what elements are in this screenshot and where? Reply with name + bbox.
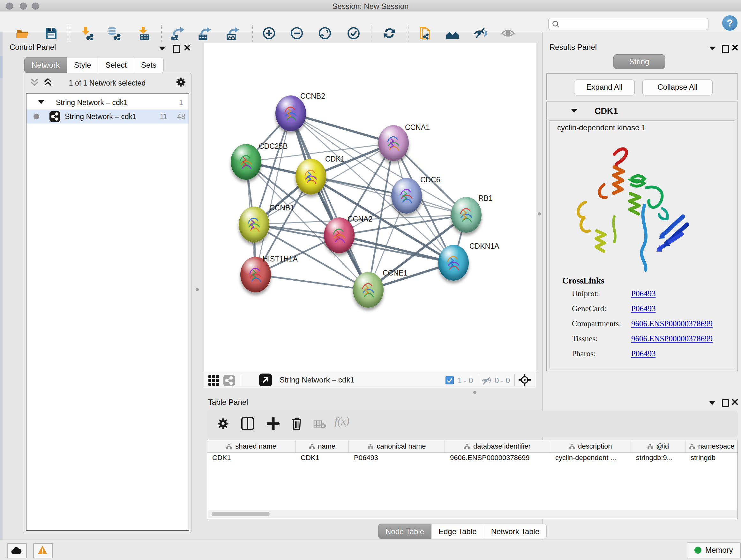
crosslink-value[interactable]: 9606.ENSP00000378699 bbox=[631, 319, 713, 328]
tab-edge-table[interactable]: Edge Table bbox=[431, 523, 484, 539]
entry-collapse-icon[interactable] bbox=[571, 109, 577, 113]
crosslink-value[interactable]: P06493 bbox=[631, 289, 656, 298]
current-network-dot bbox=[33, 114, 39, 119]
function-builder-icon[interactable]: f(x) bbox=[334, 415, 349, 427]
show-hide-eye-icon[interactable] bbox=[500, 26, 516, 40]
warnings-button[interactable] bbox=[33, 543, 53, 558]
results-panel-float-icon[interactable] bbox=[722, 45, 729, 53]
selected-checkbox-icon[interactable] bbox=[446, 376, 454, 384]
cybrowser-pages-icon[interactable] bbox=[416, 26, 432, 40]
add-column-icon[interactable] bbox=[267, 417, 280, 430]
apply-preferred-layout-icon[interactable] bbox=[381, 26, 397, 40]
zoom-out-icon[interactable] bbox=[289, 26, 305, 40]
zoom-selected-icon[interactable] bbox=[346, 26, 361, 40]
grid-view-icon[interactable] bbox=[208, 375, 219, 386]
network-row-selected[interactable]: String Network – cdk1 11 48 bbox=[26, 110, 189, 124]
column-header-shared-name[interactable]: shared name bbox=[207, 440, 295, 452]
import-network-from-file-icon[interactable] bbox=[78, 26, 94, 40]
control-panel-float-icon[interactable] bbox=[173, 45, 180, 53]
export-image-icon[interactable] bbox=[224, 26, 240, 40]
import-table-from-file-icon[interactable] bbox=[136, 26, 151, 40]
edge-CDK1-RB1[interactable] bbox=[311, 177, 466, 215]
cloud-button[interactable] bbox=[7, 543, 27, 558]
zoom-in-icon[interactable] bbox=[261, 26, 277, 40]
tab-node-table[interactable]: Node Table bbox=[378, 523, 431, 539]
horizontal-scrollbar[interactable] bbox=[208, 510, 737, 518]
node-CDK1[interactable] bbox=[295, 159, 326, 194]
home-pair-icon[interactable] bbox=[445, 26, 461, 40]
node-CDC25B[interactable] bbox=[231, 144, 261, 180]
edge-CCNB2-HIST1H1A[interactable] bbox=[256, 113, 291, 274]
graphics-details-eye-icon[interactable] bbox=[472, 26, 488, 40]
node-CCNB1[interactable] bbox=[239, 206, 269, 242]
tab-select[interactable]: Select bbox=[98, 57, 134, 73]
protein-structure-image[interactable] bbox=[565, 137, 692, 274]
node-CDC6[interactable] bbox=[391, 178, 422, 213]
hidden-items-eye-icon[interactable] bbox=[481, 377, 492, 385]
table-row[interactable]: CDK1CDK1P064939606.ENSP00000378699cyclin… bbox=[207, 452, 738, 464]
edge-CCNB2-CCNA1[interactable] bbox=[291, 113, 394, 143]
node-RB1[interactable] bbox=[451, 197, 482, 233]
crosslink-value[interactable]: P06493 bbox=[631, 349, 656, 358]
edge-CCNA2-CDKN1A[interactable] bbox=[339, 235, 454, 263]
title-bar: Session: New Session bbox=[0, 0, 741, 12]
column-label: name bbox=[318, 442, 335, 450]
crosslink-value[interactable]: 9606.ENSP00000378699 bbox=[631, 334, 713, 343]
column-label: shared name bbox=[235, 442, 276, 450]
expand-all-button[interactable]: Expand All bbox=[574, 79, 635, 96]
collapse-all-button[interactable]: Collapse All bbox=[643, 79, 713, 96]
tab-style[interactable]: Style bbox=[67, 57, 98, 73]
table-panel-menu-icon[interactable] bbox=[709, 401, 716, 405]
column-header-canonical-name[interactable]: canonical name bbox=[349, 440, 445, 452]
zoom-fit-content-icon[interactable] bbox=[317, 26, 333, 40]
control-panel-menu-icon[interactable] bbox=[159, 47, 165, 51]
column-header-@id[interactable]: @id bbox=[631, 440, 685, 452]
node-CCNB2[interactable] bbox=[275, 96, 306, 131]
tab-sets[interactable]: Sets bbox=[134, 57, 164, 73]
column-header-namespace[interactable]: namespace bbox=[685, 440, 738, 452]
open-session-icon[interactable] bbox=[14, 26, 30, 40]
column-header-name[interactable]: name bbox=[295, 440, 349, 452]
network-collection-row[interactable]: String Network – cdk1 1 bbox=[26, 96, 189, 110]
node-CCNE1[interactable] bbox=[353, 272, 384, 308]
save-session-icon[interactable] bbox=[43, 26, 59, 40]
right-splitter-handle[interactable] bbox=[538, 212, 541, 215]
column-header-database-identifier[interactable]: database identifier bbox=[445, 440, 550, 452]
tab-string[interactable]: String bbox=[613, 54, 665, 69]
fit-selected-crosshair-icon[interactable] bbox=[518, 374, 531, 386]
memory-button[interactable]: Memory bbox=[687, 543, 741, 558]
tab-network[interactable]: Network bbox=[24, 57, 67, 73]
edge-HIST1H1A-CCNE1[interactable] bbox=[256, 274, 368, 290]
tab-network-table[interactable]: Network Table bbox=[484, 523, 547, 539]
tree-expand-icon[interactable] bbox=[38, 100, 44, 104]
table-panel-close-icon[interactable] bbox=[732, 399, 738, 405]
delete-table-icon[interactable] bbox=[313, 420, 326, 429]
network-canvas[interactable]: CCNB2CCNA1CDC25BCDK1CDC6RB1CCNB1CCNA2CDK… bbox=[204, 43, 536, 372]
results-panel-menu-icon[interactable] bbox=[709, 47, 716, 51]
export-table-icon[interactable] bbox=[196, 26, 212, 40]
show-columns-icon[interactable] bbox=[241, 417, 254, 430]
control-panel-close-icon[interactable] bbox=[185, 45, 190, 51]
birds-eye-view-icon[interactable] bbox=[259, 374, 272, 386]
import-network-from-database-icon[interactable] bbox=[105, 26, 121, 40]
export-network-icon[interactable] bbox=[169, 26, 185, 40]
left-splitter-handle[interactable] bbox=[196, 288, 199, 291]
column-header-description[interactable]: description bbox=[550, 440, 631, 452]
toolbar-separator bbox=[161, 25, 162, 42]
scrollbar-thumb[interactable] bbox=[212, 512, 270, 516]
edge-CCNB2-CCNE1[interactable] bbox=[291, 113, 368, 290]
network-options-gear-icon[interactable] bbox=[176, 77, 186, 87]
search-input[interactable] bbox=[562, 19, 704, 28]
results-panel-close-icon[interactable] bbox=[732, 45, 738, 51]
network-view-share-icon[interactable] bbox=[223, 375, 235, 386]
table-options-gear-icon[interactable] bbox=[217, 418, 229, 430]
node-CCNA1[interactable] bbox=[378, 125, 409, 161]
table-panel-float-icon[interactable] bbox=[722, 399, 729, 407]
delete-column-icon[interactable] bbox=[291, 417, 302, 430]
bottom-splitter-handle[interactable] bbox=[473, 391, 476, 394]
node-CDKN1A[interactable] bbox=[438, 245, 469, 281]
crosslink-value[interactable]: P06493 bbox=[631, 304, 656, 313]
help-button[interactable]: ? bbox=[722, 15, 738, 30]
protein-ribbon-thumb bbox=[245, 213, 264, 236]
crosslink-row: Compartments:9606.ENSP00000378699 bbox=[572, 319, 731, 334]
